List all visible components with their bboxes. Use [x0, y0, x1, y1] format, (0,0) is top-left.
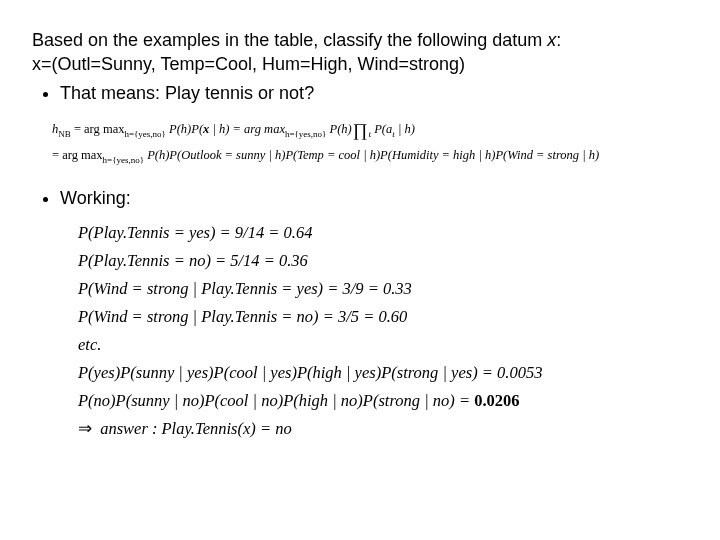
nb-formula: hNB = arg maxh={yes,no} P(h)P(x | h) = a…: [52, 115, 688, 168]
f-eq1sub: h={yes,no}: [124, 128, 165, 138]
working-line-7: P(no)P(sunny | no)P(cool | no)P(high | n…: [78, 387, 688, 415]
intro-line2: x=(Outl=Sunny, Temp=Cool, Hum=High, Wind…: [32, 54, 465, 74]
f-hsub: NB: [58, 128, 71, 138]
working-line-6: P(yes)P(sunny | yes)P(cool | yes)P(high …: [78, 359, 688, 387]
working-line-3: P(Wind = strong | Play.Tennis = yes) = 3…: [78, 275, 688, 303]
working-line-7b: 0.0206: [474, 391, 519, 410]
f-p1c: | h) = arg max: [209, 122, 285, 136]
working-line-7a: P(no)P(sunny | no)P(cool | no)P(high | n…: [78, 391, 474, 410]
working-label: Working:: [60, 186, 688, 210]
working-line-8: ⇒ answer : Play.Tennis(x) = no: [78, 415, 688, 443]
working-line-5: etc.: [78, 331, 688, 359]
product-icon: ∏: [352, 115, 369, 146]
working-line-4: P(Wind = strong | Play.Tennis = no) = 3/…: [78, 303, 688, 331]
f-l2a: = arg max: [52, 148, 103, 162]
intro-block: Based on the examples in the table, clas…: [32, 28, 688, 77]
working-bullets: Working:: [38, 186, 688, 210]
intro-bullets: That means: Play tennis or not?: [38, 81, 688, 105]
intro-line1a: Based on the examples in the table, clas…: [32, 30, 547, 50]
f-eq2sub: h={yes,no}: [285, 128, 326, 138]
f-l2b: P(h)P(Outlook = sunny | h)P(Temp = cool …: [144, 148, 599, 162]
intro-bullet1: That means: Play tennis or not?: [60, 81, 688, 105]
f-pa: P(a: [371, 122, 392, 136]
f-paend: | h): [395, 122, 415, 136]
f-eq1: = arg max: [71, 122, 125, 136]
working-line-1: P(Play.Tennis = yes) = 9/14 = 0.64: [78, 219, 688, 247]
working-block: P(Play.Tennis = yes) = 9/14 = 0.64 P(Pla…: [78, 219, 688, 443]
intro-x: x: [547, 30, 556, 50]
f-l2asub: h={yes,no}: [103, 155, 144, 165]
working-line-2: P(Play.Tennis = no) = 5/14 = 0.36: [78, 247, 688, 275]
implies-icon: ⇒: [78, 419, 96, 438]
intro-line1b: :: [556, 30, 561, 50]
f-p1: P(h)P(: [166, 122, 203, 136]
f-p2: P(h): [326, 122, 351, 136]
working-line-8t: answer : Play.Tennis(x) = no: [96, 419, 292, 438]
